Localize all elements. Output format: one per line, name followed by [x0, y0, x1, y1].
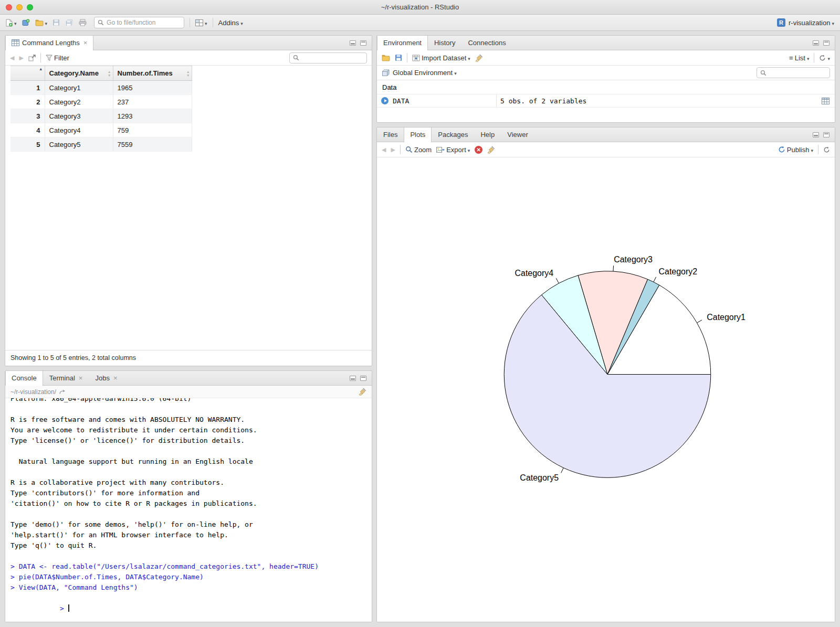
next-plot-icon[interactable]: ▶	[391, 146, 395, 153]
view-table-icon[interactable]	[822, 98, 835, 104]
close-window-button[interactable]	[6, 4, 12, 10]
environment-tabbar: Environment History Connections	[377, 36, 835, 50]
console-output-line	[10, 509, 366, 519]
goto-directory-icon[interactable]	[59, 389, 66, 395]
console-output[interactable]: Platform: x86_64-apple-darwin15.6.0 (64-…	[5, 398, 372, 622]
load-workspace-icon[interactable]	[382, 55, 390, 61]
console-output-line: Type 'demo()' for some demos, 'help()' f…	[10, 519, 366, 530]
clear-console-broom-icon[interactable]	[359, 388, 366, 396]
back-icon[interactable]: ◀	[10, 55, 14, 61]
filter-icon	[46, 55, 52, 61]
minimize-pane-icon[interactable]	[813, 40, 819, 46]
row-number-header[interactable]	[10, 66, 45, 81]
table-row[interactable]: 2Category2237	[10, 95, 192, 109]
console-pane: Console Terminal× Jobs× ~/r-visualizatio…	[5, 370, 372, 622]
import-dataset-button[interactable]: Import Dataset	[412, 54, 470, 62]
refresh-plot-icon[interactable]	[823, 146, 830, 153]
console-output-line: Type 'q()' to quit R.	[10, 540, 366, 551]
caret-down-icon	[205, 19, 207, 27]
remove-plot-icon[interactable]	[475, 146, 482, 154]
sort-icons[interactable]	[108, 70, 111, 77]
main-toolbar: Addins R r-visualization	[0, 15, 840, 31]
close-icon[interactable]: ×	[83, 39, 88, 46]
console-input-line: > DATA <- read.table("/Users/lsalazar/co…	[10, 561, 366, 572]
table-row[interactable]: 3Category31293	[10, 109, 192, 123]
print-button[interactable]	[79, 19, 87, 26]
table-row[interactable]: 4Category4759	[10, 123, 192, 137]
console-output-line: 'citation()' on how to cite R or R packa…	[10, 498, 366, 509]
console-output-line: 'help.start()' for an HTML browser inter…	[10, 530, 366, 540]
maximize-pane-icon[interactable]	[823, 132, 830, 137]
pie-label-tick	[561, 468, 564, 473]
tab-viewer[interactable]: Viewer	[501, 127, 534, 142]
open-file-button[interactable]	[35, 19, 48, 27]
tab-plots[interactable]: Plots	[404, 127, 432, 142]
pane-window-buttons	[344, 36, 372, 50]
table-status-text: Showing 1 to 5 of 5 entries, 2 total col…	[5, 350, 372, 366]
table-search-box	[289, 52, 367, 63]
window-controls	[0, 4, 33, 10]
tab-packages[interactable]: Packages	[432, 127, 474, 142]
tab-jobs[interactable]: Jobs×	[89, 371, 123, 385]
addins-button[interactable]: Addins	[218, 19, 243, 27]
column-header-number-of-times[interactable]: Number.of.Times	[113, 66, 192, 81]
minimize-pane-icon[interactable]	[350, 376, 356, 381]
tab-terminal[interactable]: Terminal×	[43, 371, 89, 385]
pie-label-category4: Category4	[515, 269, 554, 278]
minimize-window-button[interactable]	[16, 4, 23, 10]
table-search-input[interactable]	[302, 54, 363, 61]
forward-icon[interactable]: ▶	[19, 55, 23, 61]
environment-object-row[interactable]: DATA5 obs. of 2 variables	[377, 94, 835, 108]
plot-area: Category1Category2Category3Category4Cate…	[377, 157, 835, 622]
maximize-pane-icon[interactable]	[360, 376, 366, 381]
tab-console[interactable]: Console	[5, 371, 43, 386]
publish-icon	[778, 146, 785, 153]
list-view-button[interactable]: ≡ List	[789, 54, 809, 62]
console-input-line: > View(DATA, "Command Lengths")	[10, 582, 366, 593]
table-row[interactable]: 1Category11965	[10, 81, 192, 95]
object-name: DATA	[393, 97, 496, 105]
console-cursor	[68, 604, 69, 612]
previous-plot-icon[interactable]: ◀	[382, 146, 386, 153]
tab-help[interactable]: Help	[474, 127, 501, 142]
environment-scope-selector[interactable]: Global Environment	[393, 69, 457, 77]
close-icon[interactable]: ×	[113, 375, 118, 381]
tab-files[interactable]: Files	[377, 127, 404, 142]
new-file-button[interactable]	[6, 19, 17, 27]
save-button[interactable]	[52, 19, 60, 26]
refresh-environment-button[interactable]	[819, 54, 830, 62]
goto-file-input[interactable]	[107, 19, 181, 26]
zoom-button[interactable]: Zoom	[405, 146, 432, 154]
clear-all-plots-broom-icon[interactable]	[487, 146, 495, 154]
tab-connections[interactable]: Connections	[461, 36, 512, 50]
save-all-button[interactable]	[65, 19, 74, 27]
table-row[interactable]: 5Category57559	[10, 137, 192, 152]
environment-search-input[interactable]	[769, 69, 826, 77]
minimize-pane-icon[interactable]	[350, 40, 356, 46]
column-header-category-name[interactable]: Category.Name	[45, 66, 113, 81]
project-menu-button[interactable]: R r-visualization	[777, 18, 834, 27]
tab-command-lengths[interactable]: Command Lengths ×	[5, 36, 93, 50]
tab-history[interactable]: History	[428, 36, 461, 50]
new-project-button[interactable]	[22, 19, 30, 26]
publish-button[interactable]: Publish	[778, 146, 813, 154]
maximize-pane-icon[interactable]	[360, 40, 366, 46]
caret-down-icon	[832, 19, 834, 27]
pane-layout-button[interactable]	[195, 19, 207, 27]
search-icon	[98, 19, 104, 26]
filter-button[interactable]: Filter	[46, 54, 69, 62]
minimize-pane-icon[interactable]	[813, 132, 819, 137]
tab-environment[interactable]: Environment	[377, 36, 428, 50]
expand-object-icon[interactable]	[381, 97, 388, 104]
number-of-times-cell: 237	[113, 95, 192, 109]
console-output-line: You are welcome to redistribute it under…	[10, 425, 366, 435]
close-icon[interactable]: ×	[79, 375, 83, 381]
popout-window-icon[interactable]	[28, 55, 36, 61]
fullscreen-window-button[interactable]	[27, 4, 33, 10]
export-button[interactable]: Export	[436, 146, 470, 154]
save-workspace-icon[interactable]	[395, 54, 402, 61]
r-project-icon: R	[777, 18, 785, 27]
clear-environment-broom-icon[interactable]	[475, 54, 483, 62]
maximize-pane-icon[interactable]	[823, 40, 830, 46]
sort-icons[interactable]	[186, 70, 190, 77]
